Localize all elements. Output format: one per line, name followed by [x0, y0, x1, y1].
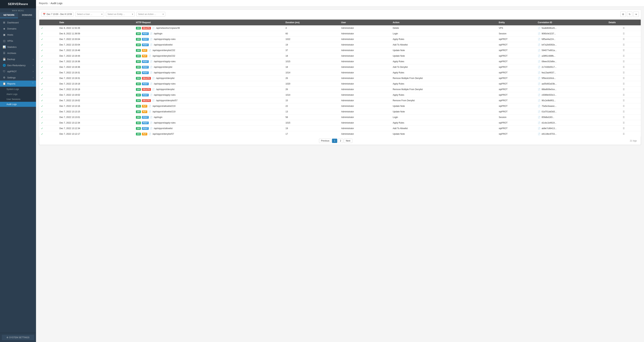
entity-filter-select[interactable]: Select an Entity ... ▾ [106, 12, 135, 16]
status-ok-icon: ✓ [41, 82, 43, 85]
row-correlation-id: 📄 88bd606e0ce... [536, 87, 607, 92]
row-details[interactable]: ☰ [607, 25, 641, 31]
details-icon[interactable]: ☰ [623, 71, 625, 74]
details-icon[interactable]: ☰ [623, 43, 625, 46]
row-duration: 19 [284, 126, 339, 131]
details-icon[interactable]: ☰ [623, 116, 625, 119]
row-date: Dec 7, 2022 13:13:15 [58, 109, 134, 115]
row-details[interactable]: ☰ [607, 70, 641, 76]
details-icon[interactable]: ☰ [623, 110, 625, 113]
row-details[interactable]: ☰ [607, 103, 641, 109]
sidebar-item-vpss[interactable]: ◫ VPSs [0, 38, 36, 44]
app-logo: SERVERware [0, 0, 36, 8]
row-details[interactable]: ☰ [607, 53, 641, 59]
status-ok-icon: ✓ [41, 49, 43, 52]
sidebar-item-backup[interactable]: 💾 Backup › [0, 56, 36, 62]
details-icon[interactable]: ☰ [623, 66, 625, 68]
details-icon[interactable]: ☰ [623, 122, 625, 124]
row-details[interactable]: ☰ [607, 131, 641, 137]
method-badge: POST [142, 94, 148, 96]
page-2-button[interactable]: 2 [338, 139, 343, 143]
row-details[interactable]: ☰ [607, 48, 641, 53]
details-icon[interactable]: ☰ [623, 77, 625, 79]
sidebar-item-alarm-logs[interactable]: Alarm Logs [0, 92, 36, 97]
row-entity: sipPROT [497, 53, 536, 59]
row-details[interactable]: ☰ [607, 64, 641, 70]
row-http-request: 204 DELETE 📄 /api/sipprot/denylist/57 [134, 98, 284, 103]
table-row: ✓ Dec 7, 2022 13:33:04 200 POST 📄 /api/s… [39, 42, 641, 48]
row-date: Dec 7, 2022 13:13:01 [58, 115, 134, 120]
row-details[interactable]: ☰ [607, 126, 641, 131]
details-icon[interactable]: ☰ [623, 32, 625, 35]
details-icon[interactable]: ☰ [623, 88, 625, 91]
sidebar-item-reports[interactable]: 📋 Reports ˅ [0, 81, 36, 87]
sidebar-item-hosts[interactable]: ▣ Hosts [0, 32, 36, 38]
row-details[interactable]: ☰ [607, 42, 641, 48]
details-icon[interactable]: ☰ [623, 83, 625, 85]
details-icon[interactable]: ☰ [623, 55, 625, 57]
row-date: Dec 7, 2022 13:19:18 [58, 81, 134, 87]
tab-network[interactable]: NETWORK [0, 12, 18, 18]
row-details[interactable]: ☰ [607, 36, 641, 42]
sidebar-item-sipprot[interactable]: 🛡 sipPROT › [0, 68, 36, 74]
row-details[interactable]: ☰ [607, 31, 641, 36]
sidebar-item-label: Settings [7, 76, 16, 79]
status-code-badge: 202 [136, 71, 141, 74]
date-range-picker[interactable]: 📅 Dec 7 13:00 - Dec 8 13:59 [41, 12, 74, 16]
col-date-label: Date [58, 20, 134, 25]
domains-icon: ◈ [2, 27, 6, 30]
user-filter-select[interactable]: Select a User ... ▾ [75, 12, 104, 16]
sidebar-item-settings[interactable]: ⚙ Settings › [0, 74, 36, 81]
sidebar-item-dashboard[interactable]: ⊞ Dashboard [0, 19, 36, 25]
page-1-button[interactable]: 1 [332, 139, 337, 143]
action-filter-select[interactable]: Select an Action ... ▾ [136, 12, 165, 16]
refresh-button[interactable]: ↻ [627, 11, 632, 17]
next-page-button[interactable]: Next [344, 139, 352, 143]
table-row: ✓ Dec 7, 2022 13:12:17 200 PUT 📄 /api/si… [39, 131, 641, 137]
sidebar-item-audit-logs[interactable]: Audit Logs [0, 102, 36, 107]
chevron-down-icon: ▾ [132, 13, 133, 15]
sidebar-item-statistics[interactable]: 📊 Statistics [0, 44, 36, 50]
details-icon[interactable]: ☰ [623, 38, 625, 40]
row-entity: sipPROT [497, 81, 536, 87]
content-area: 📅 Dec 7 13:00 - Dec 8 13:59 Select a Use… [36, 7, 644, 342]
details-icon[interactable]: ☰ [623, 27, 625, 29]
sidebar-item-user-sessions[interactable]: User Sessions [0, 97, 36, 102]
details-icon[interactable]: ☰ [623, 105, 625, 107]
chevron-down-icon: ▾ [162, 13, 164, 15]
details-icon[interactable]: ☰ [623, 94, 625, 96]
method-badge: PUT [142, 133, 147, 135]
row-status: ✓ [39, 36, 58, 42]
sidebar-item-system-logs[interactable]: System Logs [0, 87, 36, 92]
row-details[interactable]: ☰ [607, 76, 641, 81]
row-details[interactable]: ☰ [607, 109, 641, 115]
row-details[interactable]: ☰ [607, 120, 641, 126]
details-icon[interactable]: ☰ [623, 127, 625, 130]
sidebar-item-label: Dashboard [7, 21, 19, 24]
row-details[interactable]: ☰ [607, 115, 641, 120]
method-badge: POST [142, 32, 148, 35]
row-details[interactable]: ☰ [607, 81, 641, 87]
settings-filter-button[interactable]: ⚙ [620, 11, 626, 17]
sidebar-item-geo-redundancy[interactable]: 🌐 Geo-Redundancy › [0, 62, 36, 68]
more-options-button[interactable]: ▾ [634, 11, 639, 17]
row-details[interactable]: ☰ [607, 92, 641, 98]
row-entity: sipPROT [497, 87, 536, 92]
breadcrumb-parent[interactable]: Reports [39, 2, 48, 5]
row-duration: 17 [284, 131, 339, 137]
details-icon[interactable]: ☰ [623, 60, 625, 63]
system-settings-button[interactable]: ⚙ SYSTEM SETTINGS [2, 335, 34, 340]
previous-page-button[interactable]: Previous [319, 139, 332, 143]
sidebar-item-domains[interactable]: ◈ Domains [0, 25, 36, 32]
details-icon[interactable]: ☰ [623, 133, 625, 135]
sidebar-item-archives[interactable]: ☰ Archives [0, 50, 36, 56]
details-icon[interactable]: ☰ [623, 49, 625, 52]
status-code-badge: 202 [136, 122, 141, 124]
row-details[interactable]: ☰ [607, 59, 641, 64]
details-icon[interactable]: ☰ [623, 99, 625, 102]
table-row: ✓ Dec 7, 2022 13:12:34 202 POST 📄 /api/s… [39, 120, 641, 126]
row-details[interactable]: ☰ [607, 87, 641, 92]
row-url: /api/sipprot/allowlist [154, 43, 172, 46]
row-details[interactable]: ☰ [607, 98, 641, 103]
tab-domains[interactable]: DOMAINS [18, 12, 36, 18]
